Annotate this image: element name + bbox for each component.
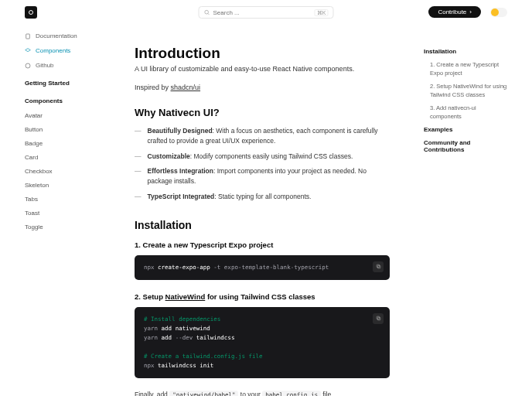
shadcn-link[interactable]: shadcn/ui xyxy=(171,84,201,91)
sidebar-item-checkbox[interactable]: Checkbox xyxy=(25,168,102,175)
svg-rect-7 xyxy=(377,317,380,320)
contribute-label: Contribute xyxy=(438,9,466,15)
feature-item: —Beautifully Designed: With a focus on a… xyxy=(135,126,390,146)
search-box[interactable]: ⌘K xyxy=(199,6,334,19)
theme-toggle[interactable] xyxy=(490,8,507,17)
sidebar-item-avatar[interactable]: Avatar xyxy=(25,112,102,119)
finally-text: Finally, add "nativewind/babel" to your … xyxy=(135,391,390,397)
sidebar: Documentation Components Github Getting … xyxy=(25,32,102,237)
svg-rect-5 xyxy=(377,265,380,268)
copy-icon xyxy=(376,316,381,321)
sidebar-item-toggle[interactable]: Toggle xyxy=(25,224,102,230)
contribute-button[interactable]: Contribute › xyxy=(428,6,481,18)
top-header: ⌘K Contribute › xyxy=(0,0,532,25)
feature-item: —TypeScript Integrated: Static typing fo… xyxy=(135,192,390,202)
toc-examples[interactable]: Examples xyxy=(424,126,509,133)
copy-button[interactable] xyxy=(373,313,384,324)
sidebar-github[interactable]: Github xyxy=(25,62,102,69)
sidebar-item-tabs[interactable]: Tabs xyxy=(25,196,102,203)
sidebar-item-skeleton[interactable]: Skeleton xyxy=(25,182,102,189)
sidebar-components[interactable]: Components xyxy=(25,47,102,54)
sidebar-components-heading: Components xyxy=(25,97,102,104)
sidebar-label: Documentation xyxy=(36,32,77,39)
github-icon xyxy=(25,63,31,69)
toc-community[interactable]: Community and Contributions xyxy=(424,139,509,153)
step-1-heading: 1. Create a new Typescript Expo project xyxy=(135,241,390,249)
code-block-1: npx create-expo-app -t expo-template-bla… xyxy=(135,255,390,280)
svg-rect-8 xyxy=(377,316,380,319)
main-content: Introduction A UI library of customizabl… xyxy=(135,45,390,396)
svg-point-0 xyxy=(205,10,209,14)
logo[interactable] xyxy=(25,6,37,19)
svg-rect-2 xyxy=(26,34,30,39)
sun-icon xyxy=(491,9,499,16)
page-subtitle: A UI library of customizable and easy-to… xyxy=(135,65,390,73)
toc-item[interactable]: 3. Add nativecn-ui components xyxy=(424,104,509,121)
toc-installation[interactable]: Installation xyxy=(424,48,509,55)
inspired-label: Inspired by xyxy=(135,84,171,91)
sidebar-getting-started: Getting Started xyxy=(25,80,102,87)
search-input[interactable] xyxy=(213,9,315,16)
inspired-by: Inspired by shadcn/ui xyxy=(135,84,390,91)
page-title: Introduction xyxy=(135,45,390,62)
toc-item[interactable]: 1. Create a new Typescript Expo project xyxy=(424,61,509,77)
feature-item: —Effortless Integration: Import componen… xyxy=(135,166,390,186)
sidebar-label: Components xyxy=(36,47,70,54)
copy-icon xyxy=(376,264,381,269)
chevron-right-icon: › xyxy=(469,9,472,15)
layers-icon xyxy=(25,48,31,54)
svg-line-1 xyxy=(208,14,210,15)
file-icon xyxy=(25,33,31,39)
svg-point-4 xyxy=(26,63,30,68)
search-icon xyxy=(204,9,210,15)
inline-code: babel.config.js xyxy=(262,391,321,397)
sidebar-item-badge[interactable]: Badge xyxy=(25,140,102,147)
why-heading: Why Nativecn UI? xyxy=(135,107,390,118)
feature-item: —Customizable: Modify components easily … xyxy=(135,152,390,162)
copy-button[interactable] xyxy=(373,261,384,272)
installation-heading: Installation xyxy=(135,219,390,231)
step-2-heading: 2. Setup NativeWind for using Tailwind C… xyxy=(135,292,390,301)
sidebar-label: Github xyxy=(36,62,54,69)
code-block-2: # Install dependencies yarn add nativewi… xyxy=(135,307,390,378)
inline-code: "nativewind/babel" xyxy=(169,391,238,397)
sidebar-documentation[interactable]: Documentation xyxy=(25,32,102,39)
svg-marker-3 xyxy=(26,48,31,51)
sidebar-item-toast[interactable]: Toast xyxy=(25,210,102,217)
nativewind-link[interactable]: NativeWind xyxy=(165,292,206,301)
table-of-contents: Installation 1. Create a new Typescript … xyxy=(424,48,509,159)
toc-item[interactable]: 2. Setup NativeWind for using Tailwind C… xyxy=(424,83,509,99)
sidebar-item-card[interactable]: Card xyxy=(25,154,102,161)
svg-rect-6 xyxy=(377,265,380,268)
search-kbd: ⌘K xyxy=(315,9,329,16)
sidebar-item-button[interactable]: Button xyxy=(25,126,102,133)
